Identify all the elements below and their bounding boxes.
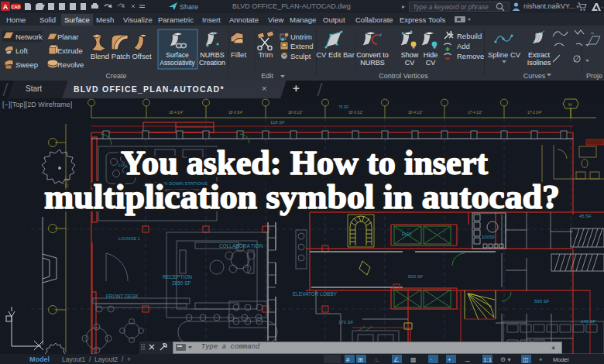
svg-text:⚙ ▾: ⚙ ▾ <box>500 356 510 363</box>
svg-text:CV Edit Bar: CV Edit Bar <box>316 50 355 59</box>
svg-text:NURBS: NURBS <box>200 51 225 59</box>
svg-text:17'-4 1/2": 17'-4 1/2" <box>468 111 482 115</box>
svg-text:Blend: Blend <box>91 52 109 60</box>
svg-text:∟: ∟ <box>375 356 381 363</box>
svg-text:ELEVATOR LOBBY: ELEVATOR LOBBY <box>293 291 338 297</box>
svg-text:Creation: Creation <box>199 59 225 67</box>
svg-text:Associativity: Associativity <box>160 60 195 67</box>
svg-text:595 SF: 595 SF <box>534 299 550 304</box>
svg-text:Patch: Patch <box>112 52 130 60</box>
svg-text:Extend: Extend <box>290 42 314 50</box>
svg-text:Fillet: Fillet <box>231 50 246 59</box>
svg-text:You asked: How to insert: You asked: How to insert <box>121 144 488 182</box>
svg-text:Remove: Remove <box>457 52 484 60</box>
svg-text:100SF: 100SF <box>482 235 496 239</box>
svg-text:A: A <box>3 3 9 11</box>
svg-text:18'-3 3/4": 18'-3 3/4" <box>228 111 243 115</box>
svg-text:Sculpt: Sculpt <box>290 52 311 60</box>
svg-text:1:1: 1:1 <box>483 356 492 363</box>
svg-text:[−][Top][2D Wireframe]: [−][Top][2D Wireframe] <box>2 101 72 108</box>
svg-text:▩: ▩ <box>410 356 417 363</box>
svg-text:500 SF: 500 SF <box>408 274 424 279</box>
svg-text:NURBS: NURBS <box>360 59 385 67</box>
svg-text:CV: CV <box>405 59 415 67</box>
svg-text:multiplication symbol in autoc: multiplication symbol in autocad? <box>44 178 560 216</box>
svg-text:Trim: Trim <box>259 50 273 59</box>
svg-text:Extrude: Extrude <box>57 46 83 55</box>
svg-text:FRONT DESK: FRONT DESK <box>106 294 139 299</box>
svg-text:◫: ◫ <box>523 356 529 363</box>
svg-text:⌖: ⌖ <box>539 356 543 363</box>
svg-text:17'-2 3/4": 17'-2 3/4" <box>527 111 542 115</box>
svg-text:Rebuild: Rebuild <box>457 32 482 40</box>
svg-text:140 SF: 140 SF <box>581 319 596 324</box>
svg-text:Surface: Surface <box>166 51 189 59</box>
svg-text:Convert to: Convert to <box>356 51 389 59</box>
svg-text:Untrim: Untrim <box>290 33 312 41</box>
svg-text:Hide: Hide <box>424 51 438 59</box>
svg-text:∠: ∠ <box>393 356 399 363</box>
svg-text:18'-3 1/2": 18'-3 1/2" <box>348 111 363 115</box>
svg-text:H: H <box>568 102 571 107</box>
svg-text:Create: Create <box>105 72 126 80</box>
svg-text:Add: Add <box>457 42 470 50</box>
svg-text:Spline CV: Spline CV <box>488 50 521 59</box>
svg-text:Control Vertices: Control Vertices <box>379 72 428 80</box>
svg-text:18'-3 1/2": 18'-3 1/2" <box>288 111 303 115</box>
svg-text:170 SF: 170 SF <box>338 320 354 325</box>
svg-text:Curves: Curves <box>523 72 546 80</box>
svg-text:Network: Network <box>15 33 43 41</box>
svg-text:LOUNGE 1: LOUNGE 1 <box>118 236 140 241</box>
svg-text:18'-4 1/2": 18'-4 1/2" <box>408 111 423 115</box>
svg-text:Proje: Proje <box>586 72 602 80</box>
svg-text:75 SF: 75 SF <box>338 105 348 109</box>
svg-text:Offset: Offset <box>132 52 152 60</box>
svg-text:2650 SF: 2650 SF <box>172 280 191 286</box>
svg-text:#: # <box>346 356 350 363</box>
svg-text:RECEPTION: RECEPTION <box>163 274 192 280</box>
svg-text:Extract: Extract <box>528 51 551 59</box>
svg-text:CV: CV <box>426 59 436 67</box>
svg-text:⋅: ⋅ <box>430 356 432 363</box>
svg-text:Revolve: Revolve <box>57 60 84 69</box>
svg-text:Show: Show <box>401 51 419 59</box>
svg-text:Edit: Edit <box>261 72 273 80</box>
svg-text:Model: Model <box>553 356 569 363</box>
svg-text:Loft: Loft <box>15 46 28 55</box>
svg-text:⊞: ⊞ <box>358 356 363 363</box>
svg-text:⚊: ⚊ <box>465 356 470 363</box>
svg-text:Planar: Planar <box>57 33 78 41</box>
svg-text:+: + <box>448 356 451 363</box>
svg-text:Sweep: Sweep <box>15 60 38 69</box>
svg-text:18'-4 1/4": 18'-4 1/4" <box>169 111 184 115</box>
svg-text:Isolines: Isolines <box>527 59 551 67</box>
svg-text:CAD: CAD <box>12 5 21 9</box>
svg-text:COLLABORA TION: COLLABORA TION <box>219 243 263 249</box>
